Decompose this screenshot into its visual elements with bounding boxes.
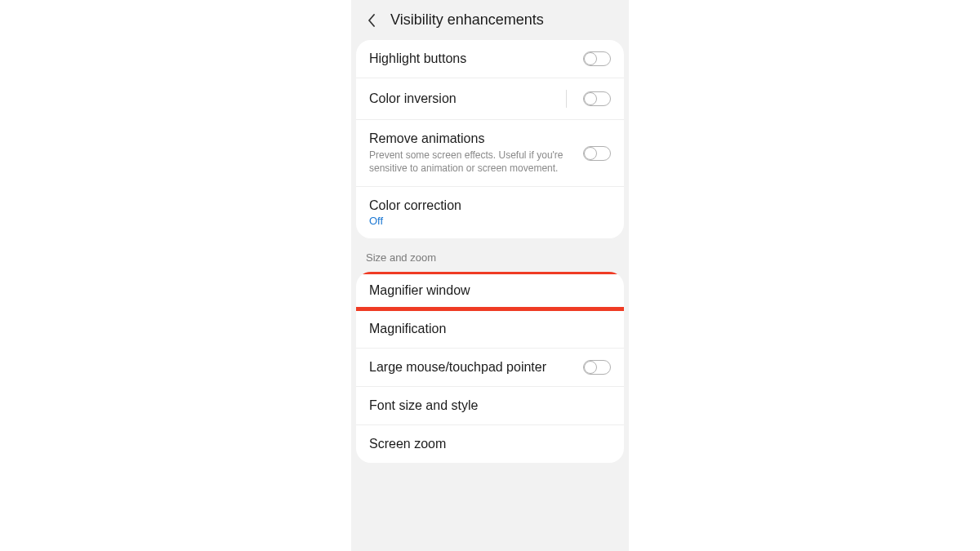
settings-screen: Visibility enhancements Highlight button… bbox=[351, 0, 629, 551]
setting-screen-zoom[interactable]: Screen zoom bbox=[356, 425, 624, 463]
setting-status: Off bbox=[369, 215, 611, 227]
setting-label: Highlight buttons bbox=[369, 51, 575, 66]
back-icon[interactable] bbox=[364, 13, 379, 28]
setting-remove-animations[interactable]: Remove animations Prevent some screen ef… bbox=[356, 120, 624, 187]
settings-card-2: Magnifier window Magnification Large mou… bbox=[356, 272, 624, 463]
setting-label: Font size and style bbox=[369, 398, 611, 413]
setting-highlight-buttons[interactable]: Highlight buttons bbox=[356, 40, 624, 78]
setting-color-correction[interactable]: Color correction Off bbox=[356, 187, 624, 238]
setting-sublabel: Prevent some screen effects. Useful if y… bbox=[369, 149, 575, 175]
setting-label: Large mouse/touchpad pointer bbox=[369, 360, 575, 375]
toggle-remove-animations[interactable] bbox=[583, 146, 611, 161]
toggle-highlight-buttons[interactable] bbox=[583, 51, 611, 66]
setting-font-size-style[interactable]: Font size and style bbox=[356, 387, 624, 425]
setting-magnifier-window[interactable]: Magnifier window bbox=[356, 272, 624, 310]
setting-label: Screen zoom bbox=[369, 437, 611, 451]
toggle-color-inversion[interactable] bbox=[583, 91, 611, 106]
setting-color-inversion[interactable]: Color inversion bbox=[356, 78, 624, 120]
section-header-size-zoom: Size and zoom bbox=[351, 238, 629, 272]
setting-magnification[interactable]: Magnification bbox=[356, 310, 624, 349]
setting-large-pointer[interactable]: Large mouse/touchpad pointer bbox=[356, 349, 624, 387]
setting-label: Color correction bbox=[369, 198, 611, 213]
setting-label: Magnifier window bbox=[369, 283, 611, 298]
setting-label: Color inversion bbox=[369, 91, 566, 106]
settings-card-1: Highlight buttons Color inversion Remove… bbox=[356, 40, 624, 238]
setting-label: Remove animations bbox=[369, 131, 575, 146]
divider bbox=[566, 90, 567, 108]
page-title: Visibility enhancements bbox=[390, 11, 544, 29]
header: Visibility enhancements bbox=[351, 0, 629, 40]
toggle-large-pointer[interactable] bbox=[583, 360, 611, 375]
setting-label: Magnification bbox=[369, 322, 611, 336]
